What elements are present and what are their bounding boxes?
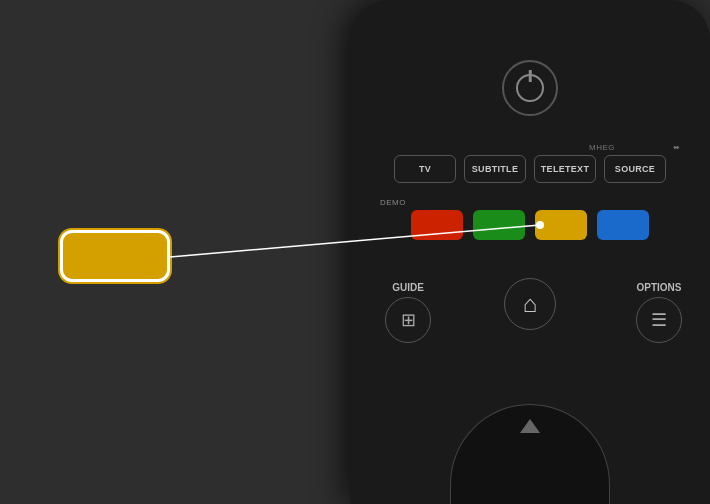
dpad[interactable] — [450, 404, 610, 504]
guide-label: GUIDE — [385, 282, 431, 293]
power-button[interactable] — [502, 60, 558, 116]
color-button-row — [380, 210, 680, 240]
enlarged-yellow-callout — [60, 230, 170, 282]
power-icon — [516, 74, 544, 102]
guide-button[interactable]: ⊞ — [385, 297, 431, 343]
button-row-1: TV SUBTITLE TELETEXT SOURCE — [380, 155, 680, 183]
options-button[interactable]: ☰ — [636, 297, 682, 343]
yellow-button[interactable] — [535, 210, 587, 240]
teletext-button[interactable]: TELETEXT — [534, 155, 596, 183]
red-button[interactable] — [411, 210, 463, 240]
dpad-up — [520, 419, 540, 433]
blue-button[interactable] — [597, 210, 649, 240]
options-label: OPTIONS — [636, 282, 682, 293]
green-button[interactable] — [473, 210, 525, 240]
subtitle-button[interactable]: SUBTITLE — [464, 155, 526, 183]
home-button[interactable]: ⌂ — [504, 278, 556, 330]
demo-label: DEMO — [380, 198, 406, 207]
home-icon: ⌂ — [523, 290, 538, 318]
source-button[interactable]: SOURCE — [604, 155, 666, 183]
source-icon-label: ⬌ — [673, 143, 680, 152]
guide-area: GUIDE ⊞ — [385, 282, 431, 343]
mheg-label: MHEG — [589, 143, 615, 152]
options-area: OPTIONS ☰ — [636, 282, 682, 343]
tv-button[interactable]: TV — [394, 155, 456, 183]
guide-icon: ⊞ — [401, 309, 416, 331]
options-icon: ☰ — [651, 309, 667, 331]
remote-control: MHEG ⬌ TV SUBTITLE TELETEXT SOURCE DEMO … — [350, 0, 710, 504]
